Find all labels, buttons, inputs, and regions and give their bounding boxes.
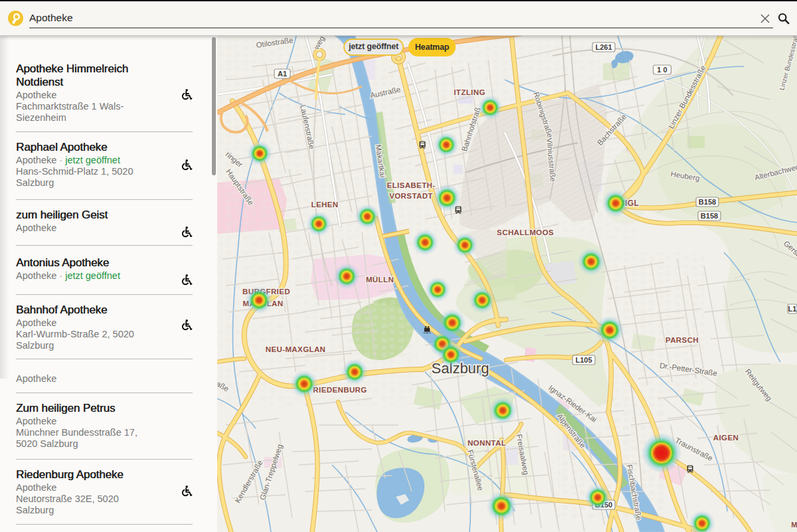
svg-text:A1: A1 [278, 70, 287, 78]
svg-text:B158: B158 [701, 212, 718, 220]
svg-text:RIEDENBURG: RIEDENBURG [313, 386, 367, 394]
svg-text:L261: L261 [595, 43, 612, 51]
svg-text:AIGEN: AIGEN [713, 434, 739, 442]
svg-text:VORSTADT: VORSTADT [389, 192, 433, 200]
svg-text:MÜLLN: MÜLLN [366, 276, 394, 284]
svg-text:1 0: 1 0 [657, 66, 667, 74]
svg-text:LEHEN: LEHEN [311, 201, 339, 209]
svg-text:NONNTAL: NONNTAL [468, 439, 506, 447]
svg-text:NEU-MAXGLAN: NEU-MAXGLAN [266, 345, 326, 353]
svg-text:M: M [791, 521, 797, 529]
svg-text:L1: L1 [788, 305, 797, 313]
svg-text:ELISABETH-: ELISABETH- [387, 181, 436, 189]
svg-text:B158: B158 [699, 198, 716, 206]
svg-text:ITZLING: ITZLING [454, 88, 486, 96]
svg-text:PARSCH: PARSCH [665, 336, 699, 344]
svg-text:SCHALLMOOS: SCHALLMOOS [497, 228, 554, 236]
svg-text:L105: L105 [575, 356, 592, 364]
